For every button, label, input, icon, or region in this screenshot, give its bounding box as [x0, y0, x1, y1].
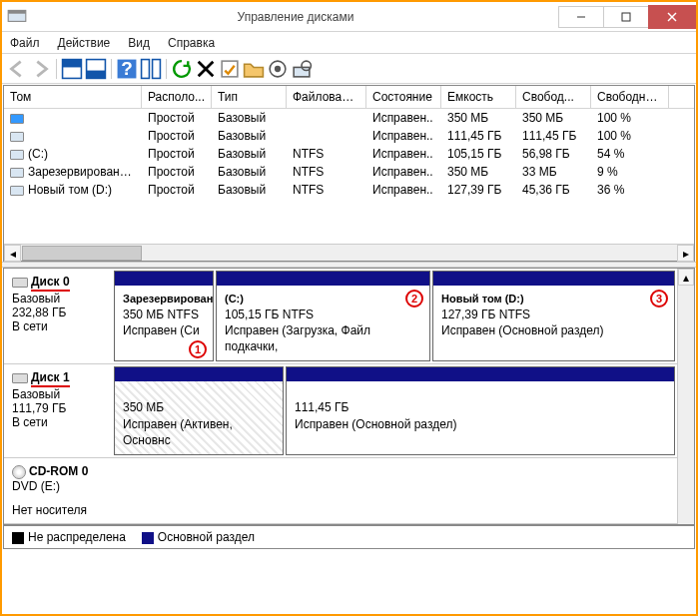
disk-info-0: Диск 0 Базовый 232,88 ГБ В сети	[4, 269, 112, 363]
v-scrollbar[interactable]: ▴	[677, 269, 694, 524]
menubar: Файл Действие Вид Справка	[2, 32, 696, 54]
close-button[interactable]	[648, 5, 696, 29]
legend-unallocated: Не распределена	[12, 530, 126, 544]
col-status[interactable]: Состояние	[366, 86, 441, 108]
maximize-button[interactable]	[603, 6, 649, 28]
partition-reserved[interactable]: Зарезервирован 350 МБ NTFS Исправен (Си …	[114, 271, 214, 361]
h-scrollbar[interactable]: ◂ ▸	[4, 244, 694, 261]
svg-rect-1	[8, 10, 26, 13]
disk-info-1: Диск 1 Базовый 111,79 ГБ В сети	[4, 364, 112, 457]
table-row[interactable]: ПростойБазовыйИсправен..111,45 ГБ111,45 …	[4, 127, 694, 145]
cdrom-status: Нет носителя	[12, 503, 104, 517]
marker-2: 2	[405, 290, 423, 308]
cdrom-name: CD-ROM 0	[29, 464, 88, 478]
disk-0-name: Диск 0	[31, 275, 70, 292]
app-icon	[6, 6, 28, 28]
col-volume[interactable]: Том	[4, 86, 142, 108]
scroll-left-icon[interactable]: ◂	[4, 245, 21, 262]
disk-1-size: 111,79 ГБ	[12, 401, 104, 415]
legend: Не распределена Основной раздел	[3, 525, 695, 549]
forward-button[interactable]	[30, 58, 52, 80]
marker-3: 3	[650, 290, 668, 308]
settings-icon[interactable]	[267, 58, 289, 80]
view-split-button[interactable]	[140, 58, 162, 80]
col-capacity[interactable]: Емкость	[441, 86, 516, 108]
partition-d[interactable]: Новый том (D:) 127,39 ГБ NTFS Исправен (…	[432, 271, 675, 361]
svg-text:?: ?	[121, 58, 133, 79]
menu-action[interactable]: Действие	[58, 36, 111, 50]
back-button[interactable]	[6, 58, 28, 80]
volume-table: Том Располо... Тип Файловая с... Состоян…	[3, 85, 695, 262]
refresh-icon[interactable]	[171, 58, 193, 80]
disk-map: ▴ Диск 0 Базовый 232,88 ГБ В сети Зарезе…	[3, 268, 695, 525]
svg-rect-19	[294, 67, 310, 76]
table-header: Том Располо... Тип Файловая с... Состоян…	[4, 86, 694, 109]
disk-row-cdrom[interactable]: CD-ROM 0 DVD (E:) Нет носителя	[4, 458, 677, 524]
minimize-button[interactable]	[558, 6, 604, 28]
disk-0-size: 232,88 ГБ	[12, 306, 104, 319]
disk-0-type: Базовый	[12, 292, 104, 306]
partition-ssd-1[interactable]: 350 МБ Исправен (Активен, Основнс	[114, 366, 284, 455]
delete-icon[interactable]	[195, 58, 217, 80]
svg-rect-12	[142, 59, 150, 78]
folder-icon[interactable]	[243, 58, 265, 80]
svg-rect-16	[222, 61, 238, 77]
partition-c[interactable]: (C:) 105,15 ГБ NTFS Исправен (Загрузка, …	[216, 271, 430, 361]
disk-1-type: Базовый	[12, 387, 104, 401]
col-type[interactable]: Тип	[212, 86, 287, 108]
rescan-icon[interactable]	[291, 58, 313, 80]
col-free[interactable]: Свобод...	[516, 86, 591, 108]
disk-0-status: В сети	[12, 319, 104, 333]
table-body: ПростойБазовыйИсправен..350 МБ350 МБ100 …	[4, 109, 694, 199]
titlebar: Управление дисками	[2, 2, 696, 32]
legend-primary: Основной раздел	[142, 530, 255, 544]
svg-rect-7	[63, 59, 82, 67]
toolbar: ?	[2, 54, 696, 84]
menu-file[interactable]: Файл	[10, 36, 40, 50]
scroll-thumb[interactable]	[22, 246, 142, 261]
view-bottom-button[interactable]	[85, 58, 107, 80]
dvd-icon	[12, 465, 26, 479]
disk-icon	[12, 373, 28, 383]
menu-view[interactable]: Вид	[128, 36, 150, 50]
table-row[interactable]: ПростойБазовыйИсправен..350 МБ350 МБ100 …	[4, 109, 694, 127]
col-layout[interactable]: Располо...	[142, 86, 212, 108]
svg-rect-13	[153, 59, 161, 78]
window-title: Управление дисками	[32, 10, 559, 24]
cdrom-dev: DVD (E:)	[12, 479, 104, 493]
marker-1: 1	[189, 340, 207, 358]
disk-row-0[interactable]: Диск 0 Базовый 232,88 ГБ В сети Зарезерв…	[4, 269, 677, 364]
table-row[interactable]: Новый том (D:)ПростойБазовыйNTFSИсправен…	[4, 181, 694, 199]
partition-ssd-2[interactable]: 111,45 ГБ Исправен (Основной раздел)	[286, 366, 675, 455]
svg-rect-3	[622, 13, 630, 21]
disk-1-status: В сети	[12, 415, 104, 429]
disk-1-name: Диск 1	[31, 370, 70, 387]
scroll-right-icon[interactable]: ▸	[677, 245, 694, 262]
help-icon[interactable]: ?	[116, 58, 138, 80]
disk-row-1[interactable]: Диск 1 Базовый 111,79 ГБ В сети 350 МБ И…	[4, 364, 677, 458]
scroll-up-icon[interactable]: ▴	[678, 269, 694, 286]
table-row[interactable]: (C:)ПростойБазовыйNTFSИсправен..105,15 Г…	[4, 145, 694, 163]
svg-rect-9	[87, 70, 106, 78]
svg-point-18	[275, 65, 281, 71]
col-freepct[interactable]: Свободно %	[591, 86, 669, 108]
properties-icon[interactable]	[219, 58, 241, 80]
menu-help[interactable]: Справка	[168, 36, 215, 50]
col-fs[interactable]: Файловая с...	[287, 86, 366, 108]
disk-icon	[12, 278, 28, 288]
view-top-button[interactable]	[61, 58, 83, 80]
cdrom-info: CD-ROM 0 DVD (E:) Нет носителя	[4, 458, 112, 523]
table-row[interactable]: Зарезервировано…ПростойБазовыйNTFSИсправ…	[4, 163, 694, 181]
